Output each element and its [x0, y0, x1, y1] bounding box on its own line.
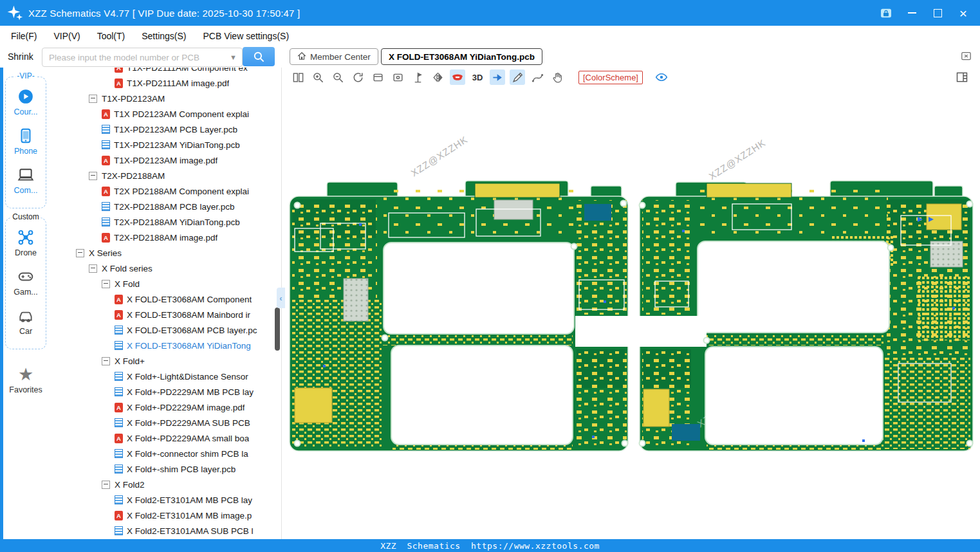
sidebar-item-gam[interactable]: Gam... [6, 268, 46, 297]
chevron-down-icon[interactable]: ▼ [230, 53, 242, 61]
tree-item-label: X Fold+-Light&Distance Sensor [127, 372, 248, 382]
reset-view-icon[interactable] [350, 69, 365, 85]
tree-file[interactable]: T2X-PD2188AM PCB layer.pcb [48, 199, 273, 214]
tree-item-label: X Fold+ [115, 356, 145, 366]
tree-file[interactable]: AT1X-PD2123AM image.pdf [48, 152, 273, 168]
collapse-minus-icon[interactable] [76, 249, 84, 257]
tree-node[interactable]: X Fold series [48, 261, 273, 276]
mirror-flip-icon[interactable] [430, 69, 445, 85]
tree-file[interactable]: X Fold+-PD2229AMA SUB PCB [48, 415, 273, 430]
tree-file[interactable]: X Fold+-PD2229AM MB PCB lay [48, 384, 273, 400]
tree-file[interactable]: X Fold+-Light&Distance Sensor [48, 369, 273, 384]
watermark-text: XZZ@XZZHK [409, 134, 470, 179]
menu-item-file[interactable]: File(F) [3, 31, 45, 41]
tree-file[interactable]: T1X-PD2123AM YiDianTong.pcb [48, 137, 273, 152]
maximize-button[interactable] [932, 8, 943, 18]
pdf-file-icon: A [115, 78, 123, 88]
tree-file[interactable]: AX Fold+-PD2229AM image.pdf [48, 400, 273, 415]
tree-item-label: T2X-PD2188AM YiDianTong.pcb [114, 217, 240, 227]
custom-group: Custom DroneGam...Car [5, 217, 46, 349]
probe-icon[interactable] [410, 69, 425, 85]
tree-file[interactable]: AT1X-PD2111AM image.pdf [48, 75, 273, 91]
tree-node[interactable]: X Fold2 [48, 477, 273, 492]
tree-item-label: X Fold2-ET3101AM MB image.p [127, 511, 252, 520]
pcb-canvas[interactable]: XZZ@XZZHK XZZ@XZZHK [282, 87, 980, 539]
tree-file[interactable]: X FOLD-ET3068AM YiDianTong [48, 338, 273, 353]
license-lock-icon[interactable] [881, 8, 891, 18]
tree-file[interactable]: X Fold2-ET3101AM MB PCB lay [48, 492, 273, 508]
tree-file[interactable]: AT2X-PD2188AM image.pdf [48, 230, 273, 245]
tree-file[interactable]: T2X-PD2188AM YiDianTong.pcb [48, 214, 273, 230]
tree-file[interactable]: T1X-PD2123AM PCB Layer.pcb [48, 122, 273, 137]
tree-item-label: T1X-PD2123AM [102, 94, 165, 104]
pcb-image: XZZ@XZZHK XZZ@XZZHK [282, 87, 980, 539]
collapse-minus-icon[interactable] [102, 481, 110, 489]
tree-file[interactable]: X Fold2-ET3101AMA SUB PCB l [48, 523, 273, 538]
sidebar-item-label: Gam... [14, 288, 38, 297]
tree-file[interactable]: AX FOLD-ET3068AM Component [48, 291, 273, 307]
curve-tool-icon[interactable] [530, 69, 545, 85]
tree-item-label: X FOLD-ET3068AM Component [127, 295, 252, 304]
measure-pencil-icon[interactable] [510, 69, 525, 85]
tree-file[interactable]: X Fold+-shim PCB layer.pcb [48, 461, 273, 477]
minimize-button[interactable] [907, 8, 917, 18]
file-tree-panel: AT1X-PD2111AM Component exAT1X-PD2111AM … [48, 68, 281, 539]
tree-file[interactable]: AX Fold+-PD2229AMA small boa [48, 430, 273, 446]
collapse-minus-icon[interactable] [89, 172, 97, 180]
collapse-minus-icon[interactable] [102, 280, 110, 288]
collapse-tree-handle[interactable]: ‹ [277, 288, 285, 308]
zoom-out-icon[interactable] [330, 69, 346, 85]
tree-item-label: X FOLD-ET3068AM PCB layer.pc [127, 326, 257, 335]
collapse-minus-icon[interactable] [102, 357, 110, 365]
select-arrow-icon[interactable] [490, 69, 505, 85]
collapse-minus-icon[interactable] [89, 95, 97, 103]
tree-file[interactable]: AT2X PD2188AM Component explai [48, 183, 273, 199]
sidebar-item-com[interactable]: Com... [6, 166, 46, 195]
tree-item-label: X Fold [115, 279, 140, 289]
board-back-icon[interactable] [390, 69, 405, 85]
red-filter-icon[interactable] [450, 69, 465, 85]
tree-file[interactable]: AX Fold2-ET3101AM MB image.p [48, 508, 273, 523]
board-front-icon[interactable] [370, 69, 385, 85]
layer-panel-icon[interactable] [954, 69, 970, 85]
tree-item-label: T2X PD2188AM Component explai [114, 187, 249, 196]
tree-file[interactable]: X Fold+-connector shim PCB la [48, 446, 273, 461]
sidebar-item-favorites[interactable]: ★ Favorites [3, 366, 48, 394]
menu-item-vip[interactable]: VIP(V) [45, 31, 88, 41]
sidebar-item-car[interactable]: Car [6, 307, 46, 336]
search-button[interactable] [243, 47, 275, 66]
colorscheme-button[interactable]: [ColorScheme] [578, 71, 643, 84]
tab-member-center[interactable]: Member Center [290, 48, 378, 65]
tree-file[interactable]: AX FOLD-ET3068AM Mainbord ir [48, 307, 273, 322]
tree-file[interactable]: AT1X PD2123AM Component explai [48, 106, 273, 122]
sidebar-item-phone[interactable]: Phone [6, 127, 46, 156]
tree-node[interactable]: T1X-PD2123AM [48, 91, 273, 106]
sidebar-item-cour[interactable]: Cour... [6, 87, 46, 116]
tree-file[interactable]: X FOLD-ET3068AM PCB layer.pc [48, 322, 273, 338]
split-view-icon[interactable] [290, 69, 306, 85]
tree-node[interactable]: X Series [48, 245, 273, 261]
visibility-eye-icon[interactable] [654, 69, 669, 85]
pdf-file-icon: A [102, 187, 110, 196]
search-input[interactable] [42, 53, 230, 62]
pan-hand-icon[interactable] [550, 69, 565, 85]
tree-item-label: T1X PD2123AM Component explai [114, 109, 249, 119]
tree-node[interactable]: T2X-PD2188AM [48, 168, 273, 183]
close-button[interactable]: × [958, 8, 968, 18]
tab-pcb-file[interactable]: X FOLD-ET3068AM YiDianTong.pcb [381, 48, 542, 65]
menu-item-tool[interactable]: Tool(T) [89, 31, 134, 41]
collapse-minus-icon[interactable] [89, 264, 97, 273]
close-pcb-tab-icon[interactable] [960, 50, 972, 64]
tree-item-label: X FOLD-ET3068AM Mainbord ir [127, 310, 250, 320]
tree-node[interactable]: X Fold+ [48, 353, 273, 369]
view-3d-button[interactable]: 3D [470, 69, 485, 85]
tree-node[interactable]: X Fold [48, 276, 273, 291]
menu-item-pcb-view-settings[interactable]: PCB View settings(S) [194, 31, 297, 41]
tree-scrollbar-thumb[interactable] [275, 308, 280, 351]
shrink-button[interactable]: Shrink [5, 50, 36, 63]
tree-item-label: X Fold+-PD2229AMA SUB PCB [127, 418, 250, 428]
menu-item-settings[interactable]: Settings(S) [133, 31, 194, 41]
sidebar-item-drone[interactable]: Drone [6, 228, 46, 257]
zoom-in-icon[interactable] [310, 69, 326, 85]
tree-file[interactable]: AT1X-PD2111AM Component ex [48, 68, 273, 75]
